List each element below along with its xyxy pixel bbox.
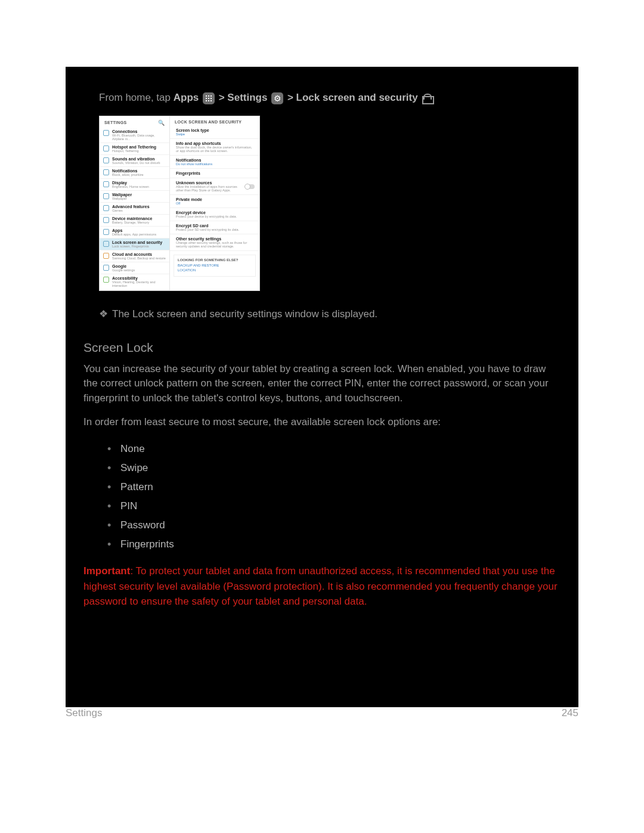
- search-icon[interactable]: 🔍: [158, 120, 165, 126]
- detail-item[interactable]: Other security settingsChange other secu…: [170, 234, 259, 251]
- detail-item[interactable]: Info and app shortcutsShow the dual cloc…: [170, 139, 259, 156]
- sidebar-item-icon: [103, 205, 109, 211]
- detail-item-title: Encrypt SD card: [176, 224, 255, 228]
- sidebar-item-title: Cloud and accounts: [112, 252, 166, 256]
- sidebar-item[interactable]: Advanced featuresGames: [100, 203, 169, 215]
- sidebar-item[interactable]: WallpaperWallpaper: [100, 191, 169, 203]
- detail-item[interactable]: NotificationsDo not show notifications: [170, 156, 259, 169]
- sidebar-item-subtitle: Lock screen, Fingerprints: [112, 244, 166, 248]
- sidebar-item-title: Apps: [112, 228, 166, 233]
- instruction-apps: Apps: [174, 92, 199, 103]
- sidebar-item[interactable]: DisplayBrightness, Home screen: [100, 179, 169, 191]
- detail-item[interactable]: Encrypt deviceProtect your device by enc…: [170, 208, 259, 221]
- gear-icon: [271, 92, 283, 104]
- looking-link-location[interactable]: LOCATION: [178, 268, 252, 272]
- sidebar-item-subtitle: Google settings: [112, 268, 166, 272]
- result-text: The Lock screen and security settings wi…: [116, 308, 561, 320]
- looking-heading: LOOKING FOR SOMETHING ELSE?: [178, 258, 252, 262]
- detail-item[interactable]: Screen lock typeSwipe: [170, 126, 259, 139]
- sidebar-item[interactable]: Cloud and accountsSamsung Cloud, Backup …: [100, 250, 169, 262]
- instruction-sep1: >: [219, 92, 228, 103]
- instruction-settings: Settings: [227, 92, 267, 103]
- looking-link-backup[interactable]: BACKUP AND RESTORE: [178, 264, 252, 267]
- sidebar-item-text: Cloud and accountsSamsung Cloud, Backup …: [112, 252, 166, 260]
- option-item: Pattern: [107, 478, 561, 497]
- sidebar-item-subtitle: Games: [112, 209, 166, 212]
- sidebar-item-title: Advanced features: [112, 205, 166, 209]
- sidebar-item-title: Hotspot and Tethering: [112, 145, 166, 149]
- sidebar-item[interactable]: AppsDefault apps, App permissions: [100, 227, 169, 239]
- sidebar-item-subtitle: Vision, Hearing, Dexterity and interacti…: [112, 280, 166, 287]
- para-intro: You can increase the security of your ta…: [83, 362, 561, 406]
- sidebar-item-icon: [103, 229, 109, 235]
- option-item: None: [107, 439, 561, 459]
- sidebar-item-subtitle: Wallpaper: [112, 197, 166, 200]
- sidebar-item-title: Display: [112, 181, 166, 185]
- detail-item-subtitle: Protect your device by encrypting its da…: [176, 215, 255, 218]
- sidebar-item-icon: [103, 130, 109, 136]
- detail-item[interactable]: Encrypt SD cardProtect your SD card by e…: [170, 221, 259, 234]
- detail-item-title: Fingerprints: [176, 171, 255, 175]
- sidebar-item-text: ConnectionsWi-Fi, Bluetooth, Data usage,…: [112, 129, 166, 141]
- settings-screenshot: SETTINGS 🔍 ConnectionsWi-Fi, Bluetooth, …: [99, 116, 260, 291]
- sidebar-item-text: NotificationsBlock, allow, prioritize: [112, 169, 166, 176]
- sidebar-item-text: Hotspot and TetheringHotspot, Tethering: [112, 145, 166, 153]
- sidebar-item[interactable]: Device maintenanceBattery, Storage, Memo…: [100, 215, 169, 227]
- option-item: Password: [107, 516, 561, 535]
- sidebar-item[interactable]: AccessibilityVision, Hearing, Dexterity …: [100, 274, 169, 290]
- sidebar-item[interactable]: Hotspot and TetheringHotspot, Tethering: [100, 143, 169, 155]
- apps-icon: [203, 92, 215, 104]
- footer-section: Settings: [66, 707, 102, 719]
- settings-sidebar-header: SETTINGS 🔍: [100, 116, 169, 128]
- sidebar-item-icon: [103, 193, 109, 199]
- sidebar-item-text: AccessibilityVision, Hearing, Dexterity …: [112, 276, 166, 287]
- instruction-lock: Lock screen and security: [296, 92, 418, 103]
- sidebar-item-text: AppsDefault apps, App permissions: [112, 228, 166, 236]
- option-item: Swipe: [107, 459, 561, 478]
- lock-icon: [422, 92, 432, 104]
- sidebar-item-text: GoogleGoogle settings: [112, 264, 166, 272]
- sidebar-item-text: Lock screen and securityLock screen, Fin…: [112, 240, 166, 248]
- content-region: From home, tap Apps > Settings > Lock sc…: [66, 67, 578, 707]
- sidebar-item[interactable]: NotificationsBlock, allow, prioritize: [100, 167, 169, 179]
- sidebar-item[interactable]: GoogleGoogle settings: [100, 262, 169, 274]
- sidebar-item-icon: [103, 241, 109, 247]
- para-order: In order from least secure to most secur…: [83, 415, 561, 430]
- detail-item[interactable]: Fingerprints: [170, 169, 259, 178]
- sidebar-item-subtitle: Samsung Cloud, Backup and restore: [112, 256, 166, 260]
- sidebar-item[interactable]: Lock screen and securityLock screen, Fin…: [100, 239, 169, 250]
- sidebar-item-icon: [103, 253, 109, 259]
- detail-header: LOCK SCREEN AND SECURITY: [170, 116, 259, 126]
- detail-title: LOCK SCREEN AND SECURITY: [175, 120, 242, 124]
- sidebar-item-icon: [103, 169, 109, 175]
- detail-item-title: Private mode: [176, 197, 255, 202]
- footer-page: 245: [562, 707, 578, 719]
- important-body: : To protect your tablet and data from u…: [83, 565, 558, 607]
- sidebar-item-text: WallpaperWallpaper: [112, 193, 166, 200]
- sidebar-item-subtitle: Wi-Fi, Bluetooth, Data usage, Airplane m…: [112, 134, 166, 141]
- options-list: NoneSwipePatternPINPasswordFingerprints: [107, 439, 561, 554]
- sidebar-item[interactable]: Sounds and vibrationSounds, Vibration, D…: [100, 155, 169, 167]
- settings-title: SETTINGS: [104, 120, 126, 125]
- detail-item[interactable]: Private modeOff: [170, 195, 259, 208]
- sidebar-item-text: Advanced featuresGames: [112, 205, 166, 212]
- settings-sidebar: SETTINGS 🔍 ConnectionsWi-Fi, Bluetooth, …: [100, 116, 170, 290]
- sidebar-item-title: Wallpaper: [112, 193, 166, 197]
- detail-item[interactable]: Unknown sourcesAllow the installation of…: [170, 178, 259, 195]
- detail-item-subtitle: Off: [176, 202, 255, 205]
- sidebar-item-title: Accessibility: [112, 276, 166, 280]
- sidebar-item-title: Device maintenance: [112, 216, 166, 221]
- sidebar-item-icon: [103, 145, 109, 151]
- instruction-sep2: >: [287, 92, 296, 103]
- detail-item-title: Notifications: [176, 158, 255, 162]
- sidebar-item[interactable]: ConnectionsWi-Fi, Bluetooth, Data usage,…: [100, 128, 169, 143]
- looking-for-box: LOOKING FOR SOMETHING ELSE? BACKUP AND R…: [174, 255, 256, 277]
- sidebar-item-title: Notifications: [112, 169, 166, 173]
- toggle-switch[interactable]: [245, 184, 255, 189]
- sidebar-item-text: DisplayBrightness, Home screen: [112, 181, 166, 188]
- sidebar-item-subtitle: Battery, Storage, Memory: [112, 221, 166, 224]
- detail-item-subtitle: Swipe: [176, 132, 255, 136]
- sidebar-item-icon: [103, 181, 109, 187]
- detail-item-title: Info and app shortcuts: [176, 141, 255, 145]
- settings-detail: LOCK SCREEN AND SECURITY Screen lock typ…: [170, 116, 259, 290]
